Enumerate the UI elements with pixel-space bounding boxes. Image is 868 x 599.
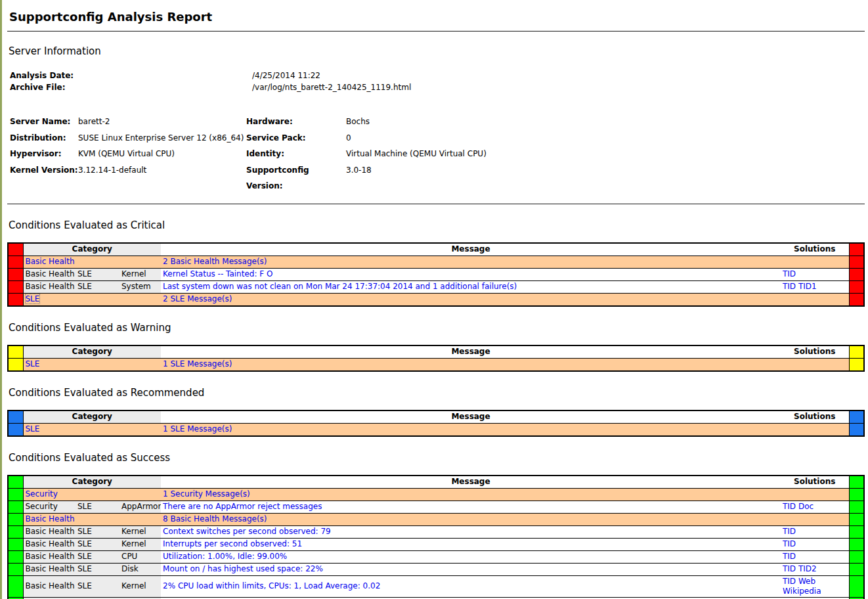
section-heading-warning: Conditions Evaluated as Warning xyxy=(9,322,865,334)
category-cell: Basic Health xyxy=(23,280,76,293)
group-row: SLE1 SLE Message(s) xyxy=(8,358,864,371)
message-cell: 1 SLE Message(s) xyxy=(161,423,781,436)
solutions-cell xyxy=(781,488,849,500)
archive-file-label: Archive File: xyxy=(7,82,252,94)
category-cell: Basic Health xyxy=(23,563,76,575)
message-link[interactable]: Context switches per second observed: 79 xyxy=(163,527,331,536)
solution-link[interactable]: TID xyxy=(783,539,796,548)
category-link[interactable]: SLE xyxy=(26,359,40,368)
severity-color-cell xyxy=(8,293,23,306)
message-cell: There are no AppArmor reject messages xyxy=(161,500,781,513)
solutions-cell: TID xyxy=(781,525,849,538)
category-link[interactable]: Basic Health xyxy=(26,514,75,523)
server-name-label: Server Name: xyxy=(7,114,78,130)
solution-link[interactable]: TID xyxy=(783,282,796,291)
message-cell: 1 Security Message(s) xyxy=(161,488,781,500)
severity-color-cell xyxy=(849,268,864,280)
solution-link[interactable]: Web xyxy=(798,577,815,586)
category-link[interactable]: Security xyxy=(26,489,58,499)
severity-color-cell xyxy=(8,575,23,597)
message-column-header: Message xyxy=(161,243,781,256)
report-title: Supportconfig Analysis Report xyxy=(9,10,865,24)
solution-link[interactable]: TID1 xyxy=(798,282,817,291)
severity-color-cell xyxy=(8,500,23,513)
solutions-cell: TID TID2 xyxy=(781,563,849,575)
message-link[interactable]: 1 Security Message(s) xyxy=(163,489,250,499)
severity-color-cell xyxy=(849,500,864,513)
severity-color-cell xyxy=(849,410,864,424)
message-cell: 1 SLE Message(s) xyxy=(161,358,781,371)
identity-label: Identity: xyxy=(246,146,346,162)
supportconfig-version-value: 3.0-18 xyxy=(346,162,865,194)
severity-color-cell xyxy=(8,345,23,359)
message-link[interactable]: Utilization: 1.00%, Idle: 99.00% xyxy=(163,552,287,561)
condition-row: Basic HealthSLESystemLast system down wa… xyxy=(8,280,864,293)
message-cell: Mount on / has highest used space: 22% xyxy=(161,563,781,575)
distribution-label: Distribution: xyxy=(7,130,78,146)
solutions-cell: TID xyxy=(781,550,849,563)
message-link[interactable]: Interrupts per second observed: 51 xyxy=(163,539,302,548)
message-cell: Kernel Status -- Tainted: F O xyxy=(161,268,781,280)
component-cell: System xyxy=(119,280,161,293)
category-link[interactable]: SLE xyxy=(26,294,40,303)
server-info-divider xyxy=(7,204,865,204)
condition-row: Basic HealthSLEKernel2% CPU load within … xyxy=(8,575,864,597)
condition-row: Basic HealthSLEKernelInterrupts per seco… xyxy=(8,538,864,550)
solutions-cell: TID Doc xyxy=(781,500,849,513)
solution-link[interactable]: Doc xyxy=(798,502,814,511)
distribution-value: SUSE Linux Enterprise Server 12 (x86_64) xyxy=(78,130,246,146)
category-link[interactable]: Basic Health xyxy=(26,257,75,266)
severity-color-cell xyxy=(849,525,864,538)
analysis-meta-block: Analysis Date: /4/25/2014 11:22 Archive … xyxy=(7,70,865,93)
table-header-row: CategoryMessageSolutions xyxy=(8,410,864,424)
category-group-cell: SLE xyxy=(23,293,161,306)
platform-cell: SLE xyxy=(76,268,119,280)
solutions-cell xyxy=(781,293,849,306)
message-column-header: Message xyxy=(161,410,781,424)
message-cell: 2% CPU load within limits, CPUs: 1, Load… xyxy=(161,575,781,597)
solution-link[interactable]: TID xyxy=(783,564,796,573)
message-link[interactable]: 1 SLE Message(s) xyxy=(163,359,232,368)
severity-color-cell xyxy=(849,358,864,371)
message-link[interactable]: Kernel Status -- Tainted: F O xyxy=(163,269,272,278)
solutions-cell: TID xyxy=(781,538,849,550)
supportconfig-version-label: Supportconfig Version: xyxy=(246,162,346,194)
message-link[interactable]: There are no AppArmor reject messages xyxy=(163,502,322,511)
platform-cell: SLE xyxy=(76,280,119,293)
solution-link[interactable]: TID2 xyxy=(798,564,817,573)
component-cell: Kernel xyxy=(119,525,161,538)
severity-color-cell xyxy=(849,423,864,436)
message-link[interactable]: 2 Basic Health Message(s) xyxy=(163,257,267,266)
message-link[interactable]: Mount on / has highest used space: 22% xyxy=(163,564,323,573)
message-link[interactable]: 8 Basic Health Message(s) xyxy=(163,514,267,523)
platform-cell: SLE xyxy=(76,575,119,597)
condition-row: Basic HealthSLEDiskMount on / has highes… xyxy=(8,563,864,575)
severity-color-cell xyxy=(849,255,864,268)
solutions-cell: TID TID1 xyxy=(781,280,849,293)
category-cell: Basic Health xyxy=(23,550,76,563)
hardware-label: Hardware: xyxy=(246,114,346,130)
category-link[interactable]: SLE xyxy=(26,424,40,433)
group-row: Security1 Security Message(s) xyxy=(8,488,864,500)
component-cell: Disk xyxy=(119,563,161,575)
condition-row: Basic HealthSLECPUUtilization: 1.00%, Id… xyxy=(8,550,864,563)
solution-link[interactable]: TID xyxy=(783,552,796,561)
table-header-row: CategoryMessageSolutions xyxy=(8,345,864,359)
message-column-header: Message xyxy=(161,476,781,489)
message-link[interactable]: 2% CPU load within limits, CPUs: 1, Load… xyxy=(163,581,380,590)
category-group-cell: Basic Health xyxy=(23,513,161,525)
message-link[interactable]: Last system down was not clean on Mon Ma… xyxy=(163,282,517,291)
solution-link[interactable]: TID xyxy=(783,269,796,278)
message-link[interactable]: 2 SLE Message(s) xyxy=(163,294,232,303)
message-link[interactable]: 1 SLE Message(s) xyxy=(163,424,232,433)
server-details-block: Server Name: barett-2 Hardware: Bochs Di… xyxy=(7,114,865,194)
solution-link[interactable]: Wikipedia xyxy=(783,587,821,596)
solution-link[interactable]: TID xyxy=(783,527,796,536)
category-group-cell: Security xyxy=(23,488,161,500)
solution-link[interactable]: TID xyxy=(783,577,796,586)
severity-color-cell xyxy=(8,488,23,500)
solution-link[interactable]: TID xyxy=(783,502,796,511)
condition-row: Basic HealthSLEKernelContext switches pe… xyxy=(8,525,864,538)
severity-color-cell xyxy=(8,423,23,436)
solutions-cell xyxy=(781,423,849,436)
